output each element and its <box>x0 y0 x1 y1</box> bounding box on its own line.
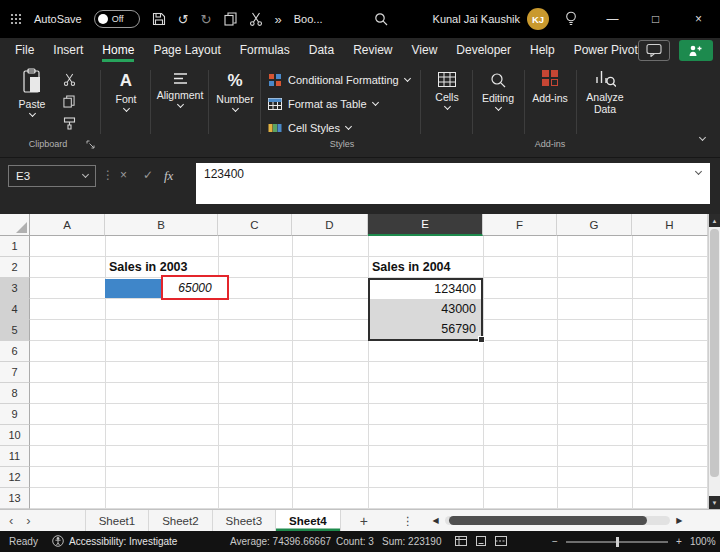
format-as-table-button[interactable]: Format as Table <box>268 94 378 114</box>
zoom-level[interactable]: 100% <box>690 531 716 552</box>
cut-icon[interactable] <box>249 12 263 26</box>
redo-icon[interactable]: ↻ <box>201 13 212 26</box>
row-header-1[interactable]: 1 <box>0 236 30 257</box>
insert-function-button[interactable]: fx <box>164 168 173 184</box>
column-header-h[interactable]: H <box>632 214 708 236</box>
cells-group-button[interactable]: Cells <box>424 72 470 109</box>
tab-view[interactable]: View <box>412 38 438 62</box>
share-button[interactable] <box>679 40 713 61</box>
tab-review[interactable]: Review <box>353 38 392 62</box>
sheet-nav-right-icon[interactable]: › <box>26 513 30 528</box>
maximize-button[interactable]: □ <box>634 0 677 38</box>
scroll-left-icon[interactable]: ◀ <box>432 516 438 525</box>
format-painter-button[interactable] <box>58 114 80 132</box>
zoom-out-icon[interactable]: − <box>552 531 558 552</box>
zoom-slider[interactable] <box>566 541 668 543</box>
formula-bar-handle-icon[interactable]: ⋮ <box>102 168 114 182</box>
column-header-a[interactable]: A <box>30 214 105 236</box>
formula-bar-expand-icon[interactable] <box>695 168 702 175</box>
tab-developer[interactable]: Developer <box>456 38 511 62</box>
row-header-12[interactable]: 12 <box>0 467 30 488</box>
tab-file[interactable]: File <box>15 38 34 62</box>
row-header-7[interactable]: 7 <box>0 362 30 383</box>
sheet-nav-left-icon[interactable]: ‹ <box>9 513 13 528</box>
fill-handle[interactable] <box>478 336 485 343</box>
cell-styles-button[interactable]: Cell Styles <box>268 118 351 138</box>
autosave-toggle[interactable]: Off <box>94 10 140 28</box>
cell-c3-highlighted[interactable]: 65000 <box>161 275 229 300</box>
tab-sheet2[interactable]: Sheet2 <box>149 510 212 531</box>
spreadsheet-grid[interactable]: Sales in 2003 Sales in 2004 65000 123400… <box>30 236 708 509</box>
enter-icon[interactable]: ✓ <box>143 168 153 182</box>
tab-page-layout[interactable]: Page Layout <box>153 38 220 62</box>
select-all-button[interactable] <box>0 214 30 236</box>
normal-view-icon[interactable] <box>455 536 467 546</box>
cancel-icon[interactable]: × <box>120 168 127 182</box>
column-header-d[interactable]: D <box>292 214 368 236</box>
column-header-e[interactable]: E <box>368 214 483 236</box>
tab-data[interactable]: Data <box>309 38 334 62</box>
account-button[interactable]: Kunal Jai Kaushik KJ <box>433 8 549 30</box>
cell-b3-data-bar[interactable] <box>105 279 161 298</box>
horizontal-scrollbar[interactable]: ◀ ▶ <box>432 510 682 531</box>
addins-button[interactable]: Add-ins <box>528 68 572 104</box>
row-header-10[interactable]: 10 <box>0 425 30 446</box>
search-icon[interactable] <box>374 12 388 26</box>
page-break-view-icon[interactable] <box>495 536 507 546</box>
row-header-5[interactable]: 5 <box>0 320 30 341</box>
column-header-g[interactable]: G <box>557 214 632 236</box>
analyze-data-button[interactable]: Analyze Data <box>580 68 630 115</box>
cut-button[interactable] <box>58 70 80 88</box>
copy-button[interactable] <box>58 92 80 110</box>
alignment-group-button[interactable]: Alignment <box>154 72 206 107</box>
clipboard-dialog-launcher-icon[interactable] <box>86 140 95 149</box>
tab-insert[interactable]: Insert <box>53 38 83 62</box>
row-header-13[interactable]: 13 <box>0 488 30 509</box>
tab-power-pivot[interactable]: Power Pivot <box>574 38 638 62</box>
tab-help[interactable]: Help <box>530 38 555 62</box>
row-header-8[interactable]: 8 <box>0 383 30 404</box>
cell-e2[interactable]: Sales in 2004 <box>372 257 451 278</box>
name-box[interactable]: E3 <box>8 165 96 187</box>
scroll-down-icon[interactable]: ▼ <box>709 496 720 509</box>
close-button[interactable]: × <box>677 0 720 38</box>
horizontal-scrollbar-thumb[interactable] <box>449 516 648 525</box>
save-icon[interactable] <box>152 12 166 26</box>
vertical-scrollbar[interactable]: ▲ ▼ <box>708 214 720 509</box>
column-header-b[interactable]: B <box>105 214 218 236</box>
tab-formulas[interactable]: Formulas <box>240 38 290 62</box>
row-header-3[interactable]: 3 <box>0 278 30 299</box>
row-header-6[interactable]: 6 <box>0 341 30 362</box>
font-group-button[interactable]: A Font <box>104 72 148 111</box>
tab-sheet3[interactable]: Sheet3 <box>213 510 276 531</box>
toolbar-overflow-icon[interactable]: » <box>275 13 282 26</box>
paste-button[interactable]: Paste <box>10 68 54 116</box>
zoom-in-icon[interactable]: + <box>676 531 682 552</box>
comments-button[interactable] <box>638 40 670 61</box>
row-header-4[interactable]: 4 <box>0 299 30 320</box>
minimize-button[interactable]: — <box>591 0 634 38</box>
zoom-slider-thumb[interactable] <box>616 537 619 547</box>
column-header-f[interactable]: F <box>483 214 557 236</box>
page-layout-view-icon[interactable] <box>475 536 487 546</box>
tab-sheet1[interactable]: Sheet1 <box>85 510 149 531</box>
editing-group-button[interactable]: Editing <box>474 72 522 110</box>
row-header-2[interactable]: 2 <box>0 257 30 278</box>
row-header-9[interactable]: 9 <box>0 404 30 425</box>
formula-input[interactable]: 123400 <box>196 163 710 204</box>
horizontal-scrollbar-track[interactable] <box>445 516 671 525</box>
vertical-scrollbar-thumb[interactable] <box>710 229 719 477</box>
conditional-formatting-button[interactable]: Conditional Formatting <box>268 70 410 90</box>
column-header-c[interactable]: C <box>218 214 292 236</box>
accessibility-status[interactable]: Accessibility: Investigate <box>69 531 177 552</box>
scroll-right-icon[interactable]: ▶ <box>676 516 682 525</box>
number-group-button[interactable]: % Number <box>212 72 258 111</box>
avatar[interactable]: KJ <box>527 8 549 30</box>
tab-sheet4-active[interactable]: Sheet4 <box>276 510 341 531</box>
copy-icon[interactable] <box>224 12 237 26</box>
workbook-name[interactable]: Boo... <box>294 13 323 25</box>
tab-home[interactable]: Home <box>102 38 134 62</box>
ribbon-collapse-icon[interactable] <box>699 134 706 141</box>
sheet-options-icon[interactable]: ⋮ <box>387 510 429 531</box>
row-header-11[interactable]: 11 <box>0 446 30 467</box>
